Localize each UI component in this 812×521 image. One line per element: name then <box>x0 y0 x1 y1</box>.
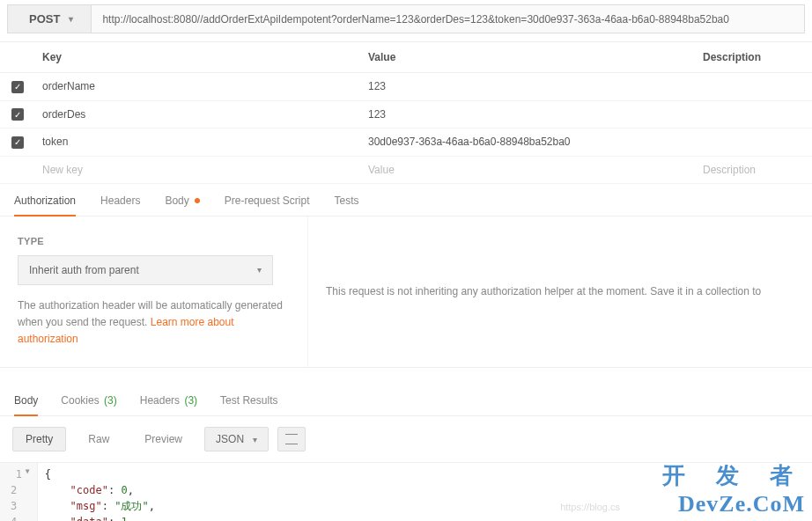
tab-label: Headers <box>100 194 140 207</box>
view-raw-button[interactable]: Raw <box>75 427 122 451</box>
tab-label: Tests <box>334 194 358 207</box>
format-label: JSON <box>216 433 244 445</box>
line-number-gutter: 1 ▼ 2 3 4 5 <box>0 463 38 521</box>
params-check-header <box>0 42 35 73</box>
view-pretty-button[interactable]: Pretty <box>12 427 66 451</box>
url-input[interactable] <box>92 4 805 33</box>
response-tabs: Body Cookies (3) Headers (3) Test Result… <box>0 368 812 415</box>
view-preview-button[interactable]: Preview <box>131 427 196 451</box>
response-format-dropdown[interactable]: JSON ▾ <box>204 427 269 451</box>
tab-body[interactable]: Body <box>165 194 199 216</box>
table-row-new: New key Value Description <box>0 156 812 183</box>
response-body-viewer: 1 ▼ 2 3 4 5 { "code": 0, "msg": "成功", "d… <box>0 463 812 521</box>
modified-dot-icon <box>195 198 200 203</box>
response-body-code[interactable]: { "code": 0, "msg": "成功", "data": 1 } <box>38 463 162 521</box>
param-desc-new[interactable]: Description <box>696 156 812 183</box>
chevron-down-icon: ▾ <box>69 14 73 24</box>
auth-type-dropdown[interactable]: Inherit auth from parent ▾ <box>18 255 273 285</box>
response-view-controls: Pretty Raw Preview JSON ▾ <box>0 415 812 463</box>
request-url-bar: POST ▾ <box>0 0 812 38</box>
auth-config: TYPE Inherit auth from parent ▾ The auth… <box>0 216 308 368</box>
table-row: ✓ token 30d0e937-363a-46aa-b6a0-88948ba5… <box>0 128 812 157</box>
auth-type-selected: Inherit auth from parent <box>29 264 139 276</box>
response-tab-body[interactable]: Body <box>14 394 38 415</box>
http-method-label: POST <box>29 12 60 26</box>
param-key-cell[interactable]: orderDes <box>35 100 361 128</box>
http-method-dropdown[interactable]: POST ▾ <box>7 4 92 33</box>
request-tabs: Authorization Headers Body Pre-request S… <box>0 184 812 216</box>
response-tab-test-results[interactable]: Test Results <box>220 394 277 415</box>
tab-label: Headers <box>140 394 180 407</box>
param-value-cell[interactable]: 123 <box>361 100 696 128</box>
params-value-header: Value <box>361 42 696 73</box>
chevron-down-icon: ▾ <box>253 435 257 444</box>
table-row: ✓ orderName 123 <box>0 73 812 101</box>
param-desc-cell[interactable] <box>696 128 812 157</box>
response-tab-headers[interactable]: Headers (3) <box>140 394 197 415</box>
param-key-cell[interactable]: token <box>35 128 361 157</box>
param-value-new[interactable]: Value <box>361 156 696 183</box>
tab-pre-request-script[interactable]: Pre-request Script <box>225 194 310 216</box>
chevron-down-icon: ▾ <box>257 265 262 275</box>
param-desc-cell[interactable] <box>696 100 812 128</box>
param-checkbox[interactable]: ✓ <box>11 81 24 93</box>
tab-label: Authorization <box>14 194 76 207</box>
response-tab-cookies[interactable]: Cookies (3) <box>61 394 116 415</box>
tab-authorization[interactable]: Authorization <box>14 194 76 216</box>
headers-count: (3) <box>184 394 197 407</box>
tab-tests[interactable]: Tests <box>334 194 358 216</box>
tab-label: Pre-request Script <box>225 194 310 207</box>
param-desc-cell[interactable] <box>696 73 812 101</box>
param-checkbox[interactable]: ✓ <box>11 108 24 121</box>
param-checkbox[interactable]: ✓ <box>11 136 24 149</box>
params-desc-header: Description <box>696 42 812 73</box>
auth-right-message: This request is not inheriting any autho… <box>308 216 812 368</box>
param-key-new[interactable]: New key <box>35 156 361 183</box>
line-wrap-icon[interactable] <box>277 427 306 451</box>
table-row: ✓ orderDes 123 <box>0 100 812 128</box>
auth-type-label: TYPE <box>18 236 290 246</box>
cookies-count: (3) <box>104 394 117 407</box>
tab-label: Test Results <box>220 394 277 407</box>
tab-headers[interactable]: Headers <box>100 194 140 216</box>
tab-label: Body <box>165 194 188 207</box>
params-key-header: Key <box>35 42 361 73</box>
param-value-cell[interactable]: 30d0e937-363a-46aa-b6a0-88948ba52ba0 <box>361 128 696 157</box>
param-value-cell[interactable]: 123 <box>361 73 696 101</box>
auth-description: The authorization header will be automat… <box>18 297 290 349</box>
param-key-cell[interactable]: orderName <box>35 73 361 101</box>
query-params-table: Key Value Description ✓ orderName 123 ✓ … <box>0 41 812 184</box>
tab-label: Body <box>14 394 38 407</box>
fold-triangle-icon[interactable]: ▼ <box>26 466 30 482</box>
tab-label: Cookies <box>61 394 99 407</box>
authorization-panel: TYPE Inherit auth from parent ▾ The auth… <box>0 216 812 369</box>
